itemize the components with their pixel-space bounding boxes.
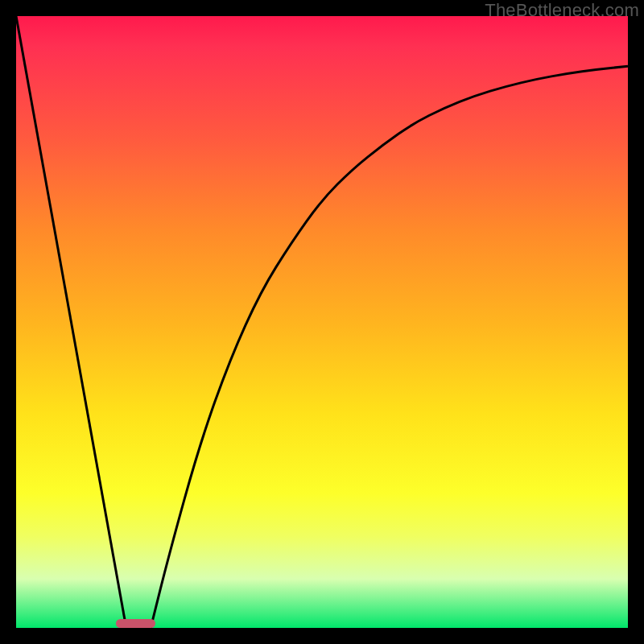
left-falling-line (16, 16, 126, 628)
bottleneck-marker (116, 619, 155, 628)
chart-lines-layer (16, 16, 628, 628)
right-rising-curve (151, 66, 628, 628)
